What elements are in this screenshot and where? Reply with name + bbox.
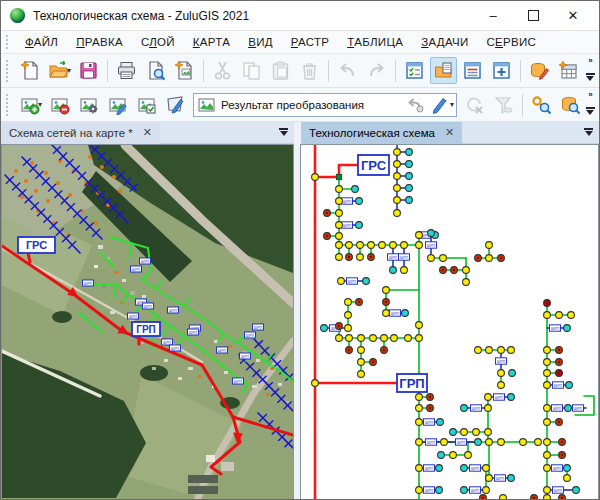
network-node[interactable] [391, 335, 398, 342]
network-node[interactable] [564, 465, 571, 472]
network-node[interactable] [394, 197, 401, 204]
network-node[interactable] [346, 335, 353, 342]
new-table-button[interactable] [555, 57, 582, 84]
raster-edit-button[interactable] [104, 91, 131, 118]
network-node[interactable] [390, 267, 397, 274]
map-pane[interactable]: ШРПШРПШРПШРПШРПШРПШРПШРПШРПШРПШРПШРПШРПШ… [1, 144, 294, 500]
station-label[interactable]: ГРП [132, 322, 160, 336]
network-node[interactable] [357, 254, 364, 261]
network-node[interactable] [508, 347, 515, 354]
network-node[interactable] [486, 242, 493, 249]
node-label[interactable]: ШРП [456, 439, 467, 445]
node-label[interactable]: ШРП [471, 405, 482, 411]
node-label[interactable]: ШРП [426, 242, 437, 248]
network-node[interactable] [390, 242, 397, 249]
network-node[interactable] [544, 382, 551, 389]
raster-remove-button[interactable] [46, 91, 73, 118]
raster-combo-value[interactable]: Результат преобразования [217, 99, 404, 111]
network-schematic[interactable]: ШРПШРПШРПШРПШРПШРПШРПШРПШРПШРПШРПШРПШРПШ… [301, 145, 598, 500]
network-node[interactable] [357, 242, 364, 249]
node-label[interactable]: ШРП [470, 487, 481, 493]
node-label[interactable]: ШРП [347, 278, 358, 284]
network-node[interactable] [509, 370, 516, 377]
raster-combo[interactable]: Результат преобразования▾ [193, 93, 457, 117]
network-node[interactable] [336, 222, 343, 229]
network-node[interactable] [500, 495, 507, 500]
network-node[interactable] [345, 312, 352, 319]
network-node[interactable] [461, 465, 468, 472]
node-label[interactable]: ШРП [245, 332, 256, 338]
network-node[interactable] [416, 487, 423, 494]
node-label[interactable]: ШРП [162, 339, 173, 345]
edit-database-button[interactable] [526, 57, 553, 84]
network-node[interactable] [368, 242, 375, 249]
network-node[interactable] [573, 487, 580, 494]
network-node[interactable] [356, 198, 363, 205]
save-button[interactable] [75, 57, 102, 84]
tab-map-scheme[interactable]: Схема сетей на карте * ✕ [1, 122, 160, 144]
station-label[interactable]: ГРП [397, 374, 427, 392]
network-node[interactable] [485, 394, 492, 401]
node-label[interactable]: ШРП [233, 378, 244, 384]
node-label[interactable]: ШРП [424, 419, 435, 425]
network-node[interactable] [336, 210, 343, 217]
network-node[interactable] [566, 382, 573, 389]
dropdown-caret[interactable]: ▾ [67, 66, 71, 75]
menu-таблица[interactable]: ТАБЛИЦА [338, 33, 412, 51]
node-label[interactable]: ШРП [217, 347, 228, 353]
network-node[interactable] [544, 405, 551, 412]
network-node[interactable] [406, 185, 413, 192]
add-window-button[interactable] [488, 57, 515, 84]
network-node[interactable] [394, 210, 401, 217]
network-node[interactable] [544, 439, 551, 446]
raster-settings-button[interactable] [75, 91, 102, 118]
network-node[interactable] [463, 279, 470, 286]
network-node[interactable] [436, 487, 443, 494]
schematic-pane[interactable]: ШРПШРПШРПШРПШРПШРПШРПШРПШРПШРПШРПШРПШРПШ… [300, 144, 599, 500]
network-node[interactable] [483, 465, 490, 472]
network-node[interactable] [544, 495, 551, 500]
tab-menu-icon[interactable] [279, 128, 288, 140]
node-label[interactable]: ШРП [143, 303, 154, 309]
network-node[interactable] [338, 278, 345, 285]
raster-select-button[interactable] [133, 91, 160, 118]
network-node[interactable] [312, 380, 319, 387]
network-node[interactable] [440, 255, 447, 262]
network-node[interactable] [508, 475, 515, 482]
network-node[interactable] [336, 186, 343, 193]
layers-panel-button[interactable] [430, 57, 457, 84]
node-label[interactable]: ШРП [552, 405, 563, 411]
dropdown-caret[interactable]: ▾ [38, 100, 42, 109]
node-label[interactable]: ШРП [342, 222, 353, 228]
network-node[interactable] [544, 370, 551, 377]
toolbar-overflow[interactable]: » [583, 90, 597, 119]
raster-add-button[interactable]: ▾ [17, 91, 44, 118]
node-label[interactable]: ШРП [240, 353, 251, 359]
network-node[interactable] [383, 287, 390, 294]
network-node[interactable] [358, 335, 365, 342]
network-node[interactable] [486, 255, 493, 262]
network-node[interactable] [498, 347, 505, 354]
node-label[interactable]: ШРП [470, 465, 481, 471]
network-node[interactable] [441, 439, 448, 446]
network-node[interactable] [363, 278, 370, 285]
network-node[interactable] [406, 173, 413, 180]
network-node[interactable] [544, 347, 551, 354]
close-button[interactable]: ✕ [553, 4, 593, 28]
network-node[interactable] [394, 149, 401, 156]
combo-edit-button[interactable] [429, 95, 451, 115]
network-node[interactable] [405, 335, 412, 342]
node-label[interactable]: ШРП [168, 307, 179, 313]
network-node[interactable] [356, 222, 363, 229]
network-node[interactable] [486, 439, 493, 446]
network-node[interactable] [321, 325, 328, 332]
network-node[interactable] [381, 335, 388, 342]
network-node[interactable] [465, 452, 472, 459]
node-label[interactable]: ШРП [553, 382, 564, 388]
network-node[interactable] [436, 465, 443, 472]
network-node[interactable] [416, 405, 423, 412]
node-label[interactable]: ШРП [342, 198, 353, 204]
new-raster-doc-button[interactable] [171, 57, 198, 84]
node-label[interactable]: ШРП [494, 394, 505, 400]
network-node[interactable] [564, 325, 571, 332]
